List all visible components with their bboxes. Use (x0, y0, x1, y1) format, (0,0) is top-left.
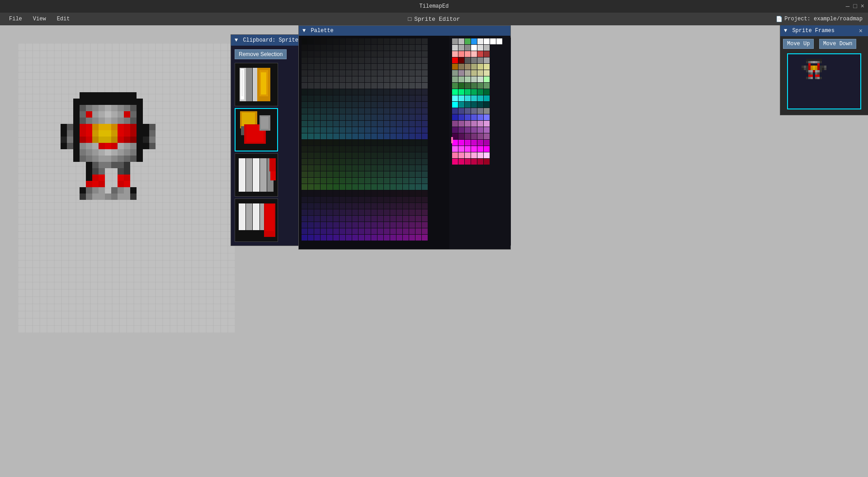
sprite-frames-close-button[interactable]: × (857, 27, 864, 34)
sprite-thumb-3[interactable] (235, 153, 278, 197)
clipboard-triangle-icon: ▼ (235, 37, 238, 43)
sprite-frames-panel: ▼ Sprite Frames × Move Up Move Down (780, 25, 868, 115)
palette-triangle-icon: ▼ (302, 28, 306, 34)
window-controls[interactable]: — □ × (846, 3, 864, 10)
sprite-frames-title-text: ▼ Sprite Frames (784, 28, 835, 34)
title-bar: TilemapEd — □ × (0, 0, 868, 13)
remove-selection-button[interactable]: Remove Selection (235, 49, 287, 59)
palette-grid-area (299, 36, 510, 249)
app-title: TilemapEd (420, 3, 449, 9)
pixel-canvas[interactable] (18, 43, 235, 333)
sprite-frames-body: Move Up Move Down (780, 36, 868, 115)
menu-file[interactable]: File (4, 14, 28, 24)
frame-preview-canvas[interactable] (787, 53, 861, 109)
palette-panel: ▼ Palette (298, 25, 511, 250)
menu-edit[interactable]: Edit (52, 14, 75, 24)
close-window-button[interactable]: × (861, 3, 864, 10)
palette-dark-section (299, 36, 449, 249)
minimize-button[interactable]: — (846, 3, 849, 10)
palette-dark-canvas[interactable] (301, 38, 432, 246)
menu-view[interactable]: View (28, 14, 52, 24)
main-area: ▼ Clipboard: Sprite × Remove Selection ▼… (0, 25, 868, 477)
palette-color-canvas[interactable] (451, 38, 511, 246)
clipboard-title-text: ▼ Clipboard: Sprite (235, 37, 298, 43)
sprite-thumb-2[interactable] (235, 108, 278, 151)
sprite-thumb-1[interactable] (235, 63, 278, 106)
sprite-frames-triangle-icon: ▼ (784, 28, 787, 34)
maximize-button[interactable]: □ (853, 3, 857, 10)
editor-title: □ Sprite Editor (408, 16, 460, 23)
palette-title-text: ▼ Palette (302, 28, 334, 34)
sprite-frames-title-bar: ▼ Sprite Frames × (780, 25, 868, 36)
project-icon: 📄 (776, 16, 783, 23)
sprite-thumb-4[interactable] (235, 198, 278, 242)
palette-color-section (449, 36, 510, 249)
move-down-button[interactable]: Move Down (819, 39, 857, 49)
menu-bar: File View Edit □ Sprite Editor 📄 Project… (0, 13, 868, 25)
project-label: 📄 Project: example/roadmap (776, 16, 863, 23)
move-up-button[interactable]: Move Up (783, 39, 814, 49)
editor-icon: □ (408, 16, 411, 23)
palette-title-bar: ▼ Palette (299, 26, 510, 36)
